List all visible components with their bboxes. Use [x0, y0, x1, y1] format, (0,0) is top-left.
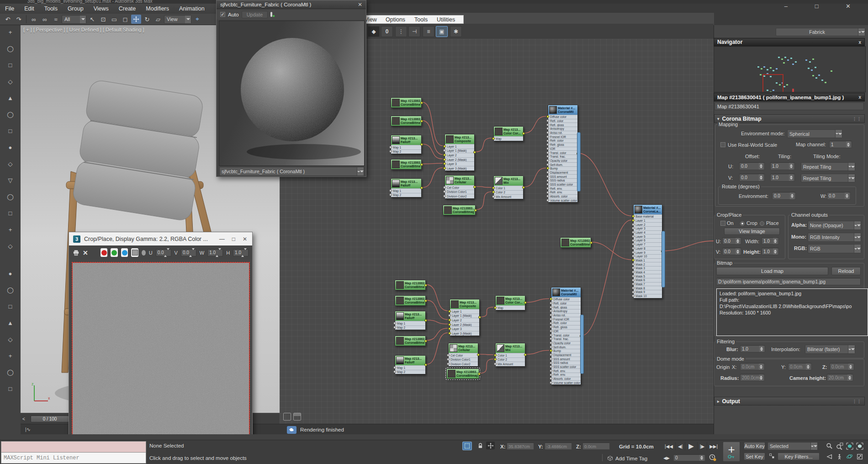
map-panel-header[interactable]: Map #2138630041 ( poliform_ipanema_bump1…	[714, 93, 865, 101]
rotate-icon[interactable]: ↻	[142, 15, 152, 24]
left-tool-icon-10[interactable]: ◯	[6, 192, 15, 201]
play-icon[interactable]: ▶	[685, 442, 698, 450]
node-input-socket[interactable]	[447, 363, 450, 365]
node-input-socket[interactable]	[389, 146, 392, 149]
node-input-socket[interactable]	[546, 151, 549, 154]
node-output-socket[interactable]	[590, 241, 593, 244]
node-output-socket[interactable]	[473, 151, 476, 154]
node-input-socket[interactable]	[448, 310, 451, 313]
node-input-socket[interactable]	[443, 145, 446, 148]
maximize-viewport-icon[interactable]	[855, 453, 864, 460]
node-input-socket[interactable]	[632, 263, 635, 266]
menu-edit[interactable]: Edit	[19, 5, 39, 13]
spinner[interactable]	[846, 141, 850, 148]
crop-on-checkbox[interactable]	[720, 221, 725, 226]
select-move-icon[interactable]	[131, 15, 141, 24]
node-input-socket[interactable]	[550, 369, 552, 372]
crop-width-field[interactable]: 1.0	[762, 237, 779, 245]
mono-dropdown[interactable]: RGB Intensity	[808, 233, 861, 242]
node-input-socket[interactable]	[550, 302, 552, 304]
node-input-socket[interactable]	[632, 219, 635, 222]
next-frame-icon[interactable]: |▶	[698, 442, 707, 450]
node-input-socket[interactable]	[546, 199, 549, 202]
u-tiling-field[interactable]: 1.0	[770, 162, 795, 170]
node-input-socket[interactable]	[448, 332, 451, 335]
node-input-socket[interactable]	[550, 381, 552, 384]
view-image-button[interactable]: View Image	[724, 228, 780, 235]
material-library-icon[interactable]	[293, 413, 301, 421]
red-channel-icon[interactable]	[101, 248, 107, 257]
material-node-cb6[interactable]: Map #213863...CoronaBitmap	[395, 295, 426, 306]
crop-u-field[interactable]: 0.0	[722, 237, 741, 245]
material-preview-window[interactable]: sjfvcbtc_Furniture_Fabric ( CoronaMtl ) …	[216, 0, 366, 177]
slate-menu-view[interactable]: View	[365, 16, 377, 23]
orbit-icon[interactable]	[845, 453, 854, 460]
curve-editor-icon[interactable]: |∿	[25, 427, 31, 432]
node-input-socket[interactable]	[546, 139, 549, 142]
node-input-socket[interactable]	[393, 366, 396, 369]
macro-recorder-field[interactable]	[1, 441, 146, 453]
selection-lock-icon[interactable]	[476, 442, 485, 450]
material-node-mix2[interactable]: Map #213...MixColor 1Color 2Mix Amount	[495, 343, 525, 367]
crop-radio[interactable]	[740, 221, 745, 226]
node-input-socket[interactable]	[443, 167, 446, 170]
place-radio[interactable]	[760, 221, 764, 226]
material-node-mix1[interactable]: Map #213...MixColor 1Color 2Mix Amount	[493, 176, 524, 199]
menu-animation[interactable]: Animation	[174, 5, 210, 13]
crop-u-value[interactable]: 0.0	[156, 249, 171, 256]
reference-coordinate-dropdown[interactable]: View	[164, 15, 191, 24]
show-zero-icon[interactable]: 0	[381, 26, 393, 37]
node-output-socket[interactable]	[478, 316, 481, 319]
v-offset-field[interactable]: 0.0	[739, 174, 765, 181]
node-input-socket[interactable]	[546, 179, 549, 182]
dome-z-field[interactable]: 0.0cm	[830, 363, 854, 370]
node-input-socket[interactable]	[550, 373, 552, 376]
selection-filter-dropdown[interactable]: All	[62, 15, 86, 24]
material-node-mtl1[interactable]: Material #...CoronaMtlDiffuse colorRefl.…	[548, 105, 578, 203]
menu-views[interactable]: Views	[89, 5, 114, 13]
green-channel-icon[interactable]	[111, 248, 117, 257]
preview-material-dropdown[interactable]: sjfvcbtc_Furniture_Fabric ( CoronaMtl )	[219, 167, 364, 176]
menu-create[interactable]: Create	[114, 5, 141, 13]
window-crossing-icon[interactable]: ◻	[120, 15, 130, 24]
left-tool-icon-21[interactable]: □	[6, 384, 15, 393]
node-input-socket[interactable]	[546, 191, 549, 194]
node-input-socket[interactable]	[448, 323, 451, 326]
material-node-comp1[interactable]: Map #213...CompositeLayer 1Layer 1 (Mask…	[445, 134, 475, 171]
menu-file[interactable]: File	[0, 5, 19, 13]
scale-icon[interactable]: ▱	[153, 15, 163, 24]
material-node-cb7[interactable]: Map #213863...CoronaBitmap	[395, 336, 426, 346]
node-input-socket[interactable]	[492, 187, 495, 189]
slate-menu-tools[interactable]: Tools	[414, 16, 428, 23]
selection-lock-region-icon[interactable]	[462, 442, 472, 450]
window-buttons[interactable]: – □ ✕	[784, 3, 863, 10]
alpha-channel-icon[interactable]	[131, 248, 138, 257]
slate-menu-options[interactable]: Options	[386, 16, 405, 23]
node-input-socket[interactable]	[550, 346, 552, 348]
time-configuration-icon[interactable]	[708, 453, 717, 461]
node-input-socket[interactable]	[550, 334, 552, 336]
node-output-socket[interactable]	[424, 363, 427, 366]
dome-y-field[interactable]: 0.0cm	[788, 363, 812, 370]
node-input-socket[interactable]	[443, 186, 446, 189]
material-node-cc1[interactable]: Map #213...Color Cor...Map	[493, 126, 524, 141]
node-scroll-tab[interactable]	[580, 315, 584, 373]
node-scroll-tab[interactable]	[662, 231, 665, 288]
v-tiling-mode-dropdown[interactable]: Repeat Tiling	[801, 174, 855, 182]
rgb-dropdown[interactable]: RGB	[808, 244, 861, 253]
use-pivot-center-icon[interactable]: ⌖	[192, 15, 202, 24]
preview-window-titlebar[interactable]: sjfvcbtc_Furniture_Fabric ( CoronaMtl ) …	[217, 0, 366, 9]
crop-v-value[interactable]: 0.0	[181, 249, 196, 256]
node-output-socket[interactable]	[524, 353, 527, 356]
map-channel-field[interactable]: 1	[829, 141, 852, 148]
node-input-socket[interactable]	[546, 135, 549, 138]
z-coord-field[interactable]: 0.0cm	[582, 443, 610, 450]
mono-channel-icon[interactable]	[142, 250, 146, 256]
go-to-start-icon[interactable]: |◀◀	[662, 442, 676, 450]
crop-height-field[interactable]: 1.0	[762, 248, 779, 255]
node-input-socket[interactable]	[546, 147, 549, 150]
material-node-comp2[interactable]: Map #213...CompositeLayer 1Layer 1 (Mask…	[450, 299, 480, 336]
y-coord-field[interactable]: -3.4886cm	[545, 443, 572, 450]
select-by-name-icon[interactable]: ⊡	[98, 15, 108, 24]
left-tool-icon-6[interactable]: □	[6, 127, 15, 135]
